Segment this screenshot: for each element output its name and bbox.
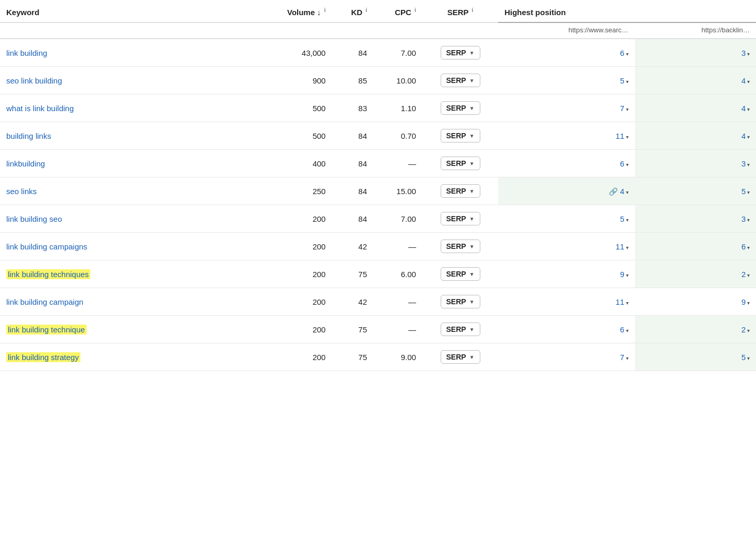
serp-button[interactable]: SERP▼ <box>441 157 480 170</box>
position1-cell: 9 ▾ <box>498 260 634 288</box>
serp-button[interactable]: SERP▼ <box>441 74 480 87</box>
serp-button[interactable]: SERP▼ <box>441 212 480 225</box>
position2-cell: 6 ▾ <box>635 233 756 260</box>
cpc-cell: 10.00 <box>373 67 422 94</box>
kd-column-header: KD i <box>332 0 373 22</box>
position-down-arrow: ▾ <box>746 245 750 250</box>
position-down-arrow: ▾ <box>746 328 750 333</box>
position-down-arrow: ▾ <box>624 51 629 57</box>
table-row: link building campaign20042—SERP▼11 ▾9 ▾ <box>0 288 756 316</box>
cpc-cell: — <box>373 233 422 260</box>
serp-button[interactable]: SERP▼ <box>441 295 480 308</box>
keyword-column-header: Keyword <box>0 0 258 22</box>
kd-cell: 75 <box>332 260 373 288</box>
highest-position-header: Highest position <box>498 0 756 22</box>
position-down-arrow: ▾ <box>746 272 750 278</box>
kd-cell: 75 <box>332 343 373 371</box>
keyword-link[interactable]: link building seo <box>6 214 62 223</box>
keyword-cell: seo links <box>0 177 258 205</box>
volume-cell: 200 <box>258 260 332 288</box>
table-row: linkbuilding40084—SERP▼6 ▾3 ▾ <box>0 150 756 177</box>
serp-button[interactable]: SERP▼ <box>441 129 480 142</box>
cpc-cell: — <box>373 150 422 177</box>
position1-cell: 5 ▾ <box>498 205 634 233</box>
keyword-link[interactable]: link building techniques <box>6 269 90 279</box>
volume-cell: 200 <box>258 343 332 371</box>
highlighted-keyword: link building techniques <box>6 269 90 279</box>
keyword-cell: seo link building <box>0 67 258 94</box>
volume-cell: 900 <box>258 67 332 94</box>
cpc-cell: 7.00 <box>373 39 422 67</box>
position-down-arrow: ▾ <box>624 300 629 306</box>
keyword-link[interactable]: link building campaign <box>6 297 84 306</box>
position2-cell: 5 ▾ <box>635 177 756 205</box>
serp-button[interactable]: SERP▼ <box>441 184 480 198</box>
keyword-link[interactable]: what is link building <box>6 104 74 113</box>
position2-cell: 4 ▾ <box>635 67 756 94</box>
highlighted-keyword: link building technique <box>6 325 87 335</box>
position1-cell: 11 ▾ <box>498 233 634 260</box>
position-down-arrow: ▾ <box>746 162 750 168</box>
keyword-link[interactable]: link building technique <box>6 325 87 335</box>
position-down-arrow: ▾ <box>746 51 750 57</box>
position2-cell: 9 ▾ <box>635 288 756 316</box>
kd-cell: 85 <box>332 67 373 94</box>
keyword-cell: link building campaigns <box>0 233 258 260</box>
keyword-link[interactable]: seo link building <box>6 76 62 85</box>
cpc-cell: 0.70 <box>373 122 422 150</box>
kd-cell: 83 <box>332 94 373 122</box>
keyword-cell: what is link building <box>0 94 258 122</box>
serp-button[interactable]: SERP▼ <box>441 46 480 59</box>
volume-cell: 250 <box>258 177 332 205</box>
keyword-cell: link building strategy <box>0 343 258 371</box>
keyword-link[interactable]: link building campaigns <box>6 242 87 251</box>
serp-button[interactable]: SERP▼ <box>441 323 480 336</box>
serp-button[interactable]: SERP▼ <box>441 350 480 364</box>
kd-cell: 84 <box>332 150 373 177</box>
table-row: what is link building500831.10SERP▼7 ▾4 … <box>0 94 756 122</box>
volume-cell: 500 <box>258 122 332 150</box>
table-row: link building43,000847.00SERP▼6 ▾3 ▾ <box>0 39 756 67</box>
cpc-cell: — <box>373 288 422 316</box>
keyword-cell: building links <box>0 122 258 150</box>
kd-cell: 84 <box>332 205 373 233</box>
kd-cell: 84 <box>332 39 373 67</box>
serp-cell: SERP▼ <box>422 122 498 150</box>
keyword-cell: link building <box>0 39 258 67</box>
kd-cell: 42 <box>332 288 373 316</box>
cpc-cell: 1.10 <box>373 94 422 122</box>
keyword-cell: link building campaign <box>0 288 258 316</box>
keyword-link[interactable]: link building strategy <box>6 352 80 362</box>
position-down-arrow: ▾ <box>624 217 629 223</box>
position-down-arrow: ▾ <box>746 106 750 112</box>
keyword-link[interactable]: building links <box>6 132 51 140</box>
serp-cell: SERP▼ <box>422 316 498 343</box>
position2-cell: 3 ▾ <box>635 205 756 233</box>
position-down-arrow: ▾ <box>624 272 629 278</box>
position1-cell: 🔗4 ▾ <box>498 177 634 205</box>
volume-column-header[interactable]: Volume ↓ i <box>258 0 332 22</box>
position1-cell: 5 ▾ <box>498 67 634 94</box>
serp-cell: SERP▼ <box>422 260 498 288</box>
cpc-cell: 15.00 <box>373 177 422 205</box>
keyword-link[interactable]: link building <box>6 49 47 57</box>
highlighted-keyword: link building strategy <box>6 352 80 362</box>
keyword-link[interactable]: linkbuilding <box>6 159 45 168</box>
cpc-column-header: CPC i <box>373 0 422 22</box>
keyword-link[interactable]: seo links <box>6 187 37 196</box>
position2-cell: 3 ▾ <box>635 150 756 177</box>
kd-cell: 75 <box>332 316 373 343</box>
table-row: link building technique20075—SERP▼6 ▾2 ▾ <box>0 316 756 343</box>
position-down-arrow: ▾ <box>624 328 629 333</box>
position-down-arrow: ▾ <box>624 189 629 195</box>
serp-button[interactable]: SERP▼ <box>441 240 480 253</box>
volume-cell: 200 <box>258 233 332 260</box>
serp-button[interactable]: SERP▼ <box>441 267 480 281</box>
position2-cell: 4 ▾ <box>635 122 756 150</box>
serp-button[interactable]: SERP▼ <box>441 101 480 115</box>
position1-cell: 7 ▾ <box>498 343 634 371</box>
serp-cell: SERP▼ <box>422 177 498 205</box>
position1-cell: 6 ▾ <box>498 316 634 343</box>
position-down-arrow: ▾ <box>624 79 629 85</box>
position-down-arrow: ▾ <box>746 134 750 140</box>
